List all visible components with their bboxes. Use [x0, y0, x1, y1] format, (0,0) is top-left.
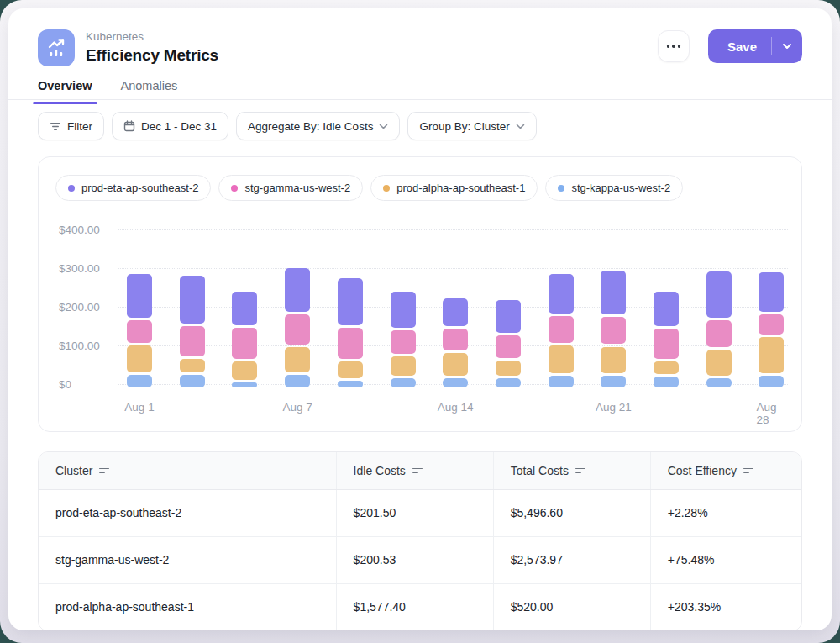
bar-segment-prod-alpha-ap-southeast-1[interactable] — [391, 356, 416, 377]
table-cell: prod-alpha-ap-southeast-1 — [39, 583, 336, 630]
y-axis-tick-label: $400.00 — [59, 224, 100, 236]
ellipsis-icon — [667, 45, 670, 48]
bar-segment-stg-kappa-us-west-2[interactable] — [232, 382, 257, 387]
bar-segment-stg-gamma-us-west-2[interactable] — [232, 328, 257, 358]
bar-segment-stg-gamma-us-west-2[interactable] — [443, 329, 468, 350]
stacked-bar-chart: $400.00$300.00$200.00$100.00$0Aug 1Aug 7… — [39, 157, 801, 431]
aggregate-by-dropdown[interactable]: Aggregate By: Idle Costs — [236, 112, 400, 140]
group-by-dropdown[interactable]: Group By: Cluster — [407, 112, 536, 140]
app-chart-icon — [38, 29, 75, 66]
bar-segment-stg-kappa-us-west-2[interactable] — [549, 376, 574, 387]
bar-segment-prod-alpha-ap-southeast-1[interactable] — [285, 347, 310, 372]
bar-segment-stg-kappa-us-west-2[interactable] — [127, 375, 152, 387]
bar-segment-prod-alpha-ap-southeast-1[interactable] — [549, 345, 574, 374]
bar-segment-prod-eta-ap-southeast-2[interactable] — [232, 292, 257, 326]
more-options-button[interactable] — [658, 30, 690, 62]
bar-segment-stg-gamma-us-west-2[interactable] — [601, 317, 626, 345]
cluster-table: ClusterIdle CostsTotal CostsCost Effienc… — [39, 452, 801, 630]
bar-segment-stg-kappa-us-west-2[interactable] — [496, 378, 521, 387]
tab-anomalies[interactable]: Anomalies — [121, 79, 178, 104]
chevron-down-icon — [782, 43, 792, 50]
bar-segment-stg-gamma-us-west-2[interactable] — [706, 320, 732, 347]
y-axis-tick-label: $200.00 — [59, 301, 100, 314]
x-axis-tick-label: Aug 21 — [596, 401, 632, 414]
date-range-label: Dec 1 - Dec 31 — [141, 120, 217, 133]
bar-segment-prod-alpha-ap-southeast-1[interactable] — [654, 361, 679, 374]
sort-icon[interactable] — [743, 468, 753, 473]
bar-segment-prod-alpha-ap-southeast-1[interactable] — [759, 337, 784, 373]
chevron-down-icon — [379, 124, 388, 129]
filter-toolbar: Filter Dec 1 - Dec 31 Aggregate By: Idle… — [38, 112, 537, 140]
bar-segment-stg-gamma-us-west-2[interactable] — [759, 314, 784, 335]
bar-segment-stg-kappa-us-west-2[interactable] — [338, 381, 363, 388]
bar-segment-prod-alpha-ap-southeast-1[interactable] — [127, 345, 152, 372]
column-header-total-costs[interactable]: Total Costs — [493, 452, 650, 489]
table-cell: stg-gamma-us-west-2 — [39, 536, 336, 583]
date-range-picker[interactable]: Dec 1 - Dec 31 — [112, 112, 228, 140]
bar-segment-stg-gamma-us-west-2[interactable] — [549, 316, 574, 343]
column-header-cluster[interactable]: Cluster — [39, 452, 336, 489]
bar-segment-stg-kappa-us-west-2[interactable] — [180, 375, 205, 387]
column-header-label: Total Costs — [511, 464, 569, 477]
cost-chart-panel: prod-eta-ap-southeast-2stg-gamma-us-west… — [38, 156, 802, 432]
bar-segment-prod-eta-ap-southeast-2[interactable] — [391, 292, 416, 328]
save-button[interactable]: Save — [708, 29, 802, 63]
bar-segment-prod-eta-ap-southeast-2[interactable] — [338, 278, 363, 326]
bar-segment-prod-alpha-ap-southeast-1[interactable] — [443, 353, 468, 376]
bar-segment-prod-alpha-ap-southeast-1[interactable] — [706, 350, 732, 377]
bar-segment-stg-gamma-us-west-2[interactable] — [127, 320, 152, 343]
bar-segment-prod-alpha-ap-southeast-1[interactable] — [338, 361, 363, 378]
bar-segment-prod-eta-ap-southeast-2[interactable] — [496, 300, 521, 333]
table-row[interactable]: prod-alpha-ap-southeast-1$1,577.40$520.0… — [39, 583, 801, 630]
table-cell: $201.50 — [336, 489, 493, 536]
bar-segment-prod-eta-ap-southeast-2[interactable] — [601, 271, 626, 314]
save-button-label: Save — [708, 40, 771, 54]
bar-segment-prod-eta-ap-southeast-2[interactable] — [549, 274, 574, 314]
chevron-down-icon — [516, 124, 525, 129]
bar-segment-stg-kappa-us-west-2[interactable] — [601, 376, 626, 387]
table-cell: +75.48% — [650, 536, 801, 583]
bar-segment-stg-kappa-us-west-2[interactable] — [391, 378, 416, 387]
bar-segment-stg-gamma-us-west-2[interactable] — [285, 314, 310, 345]
bar-segment-prod-alpha-ap-southeast-1[interactable] — [601, 347, 626, 374]
bar-segment-stg-kappa-us-west-2[interactable] — [759, 376, 784, 387]
column-header-idle-costs[interactable]: Idle Costs — [336, 452, 493, 489]
column-header-cost-effiency[interactable]: Cost Effiency — [650, 452, 801, 489]
bars-container — [118, 157, 790, 431]
bar-segment-stg-kappa-us-west-2[interactable] — [285, 375, 310, 387]
bar-segment-stg-kappa-us-west-2[interactable] — [654, 377, 679, 387]
header-text: Kubernetes Efficiency Metrics — [86, 29, 218, 66]
sort-icon[interactable] — [412, 468, 423, 473]
filter-button[interactable]: Filter — [38, 112, 104, 140]
bar-segment-prod-eta-ap-southeast-2[interactable] — [654, 292, 679, 327]
bar-segment-stg-gamma-us-west-2[interactable] — [338, 328, 363, 358]
page-title: Efficiency Metrics — [86, 45, 218, 66]
table-row[interactable]: prod-eta-ap-southeast-2$201.50$5,496.60+… — [39, 489, 801, 536]
save-dropdown-toggle[interactable] — [772, 43, 802, 50]
bar-segment-stg-gamma-us-west-2[interactable] — [180, 326, 205, 356]
table-cell: $200.53 — [336, 536, 493, 583]
bar-segment-prod-alpha-ap-southeast-1[interactable] — [496, 361, 521, 377]
bar-segment-prod-eta-ap-southeast-2[interactable] — [127, 274, 152, 318]
bar-segment-prod-eta-ap-southeast-2[interactable] — [706, 271, 732, 318]
table-body: prod-eta-ap-southeast-2$201.50$5,496.60+… — [39, 489, 801, 630]
sort-icon[interactable] — [575, 468, 585, 473]
bar-segment-stg-kappa-us-west-2[interactable] — [443, 378, 468, 387]
bar-segment-stg-gamma-us-west-2[interactable] — [654, 329, 679, 359]
aggregate-by-label: Aggregate By: Idle Costs — [248, 120, 373, 133]
bar-segment-prod-alpha-ap-southeast-1[interactable] — [180, 359, 205, 372]
tab-overview[interactable]: Overview — [38, 79, 92, 104]
ellipsis-icon — [678, 45, 681, 48]
bar-segment-prod-eta-ap-southeast-2[interactable] — [180, 276, 205, 324]
bar-segment-prod-eta-ap-southeast-2[interactable] — [759, 272, 784, 312]
bar-segment-stg-gamma-us-west-2[interactable] — [391, 330, 416, 354]
bar-segment-stg-gamma-us-west-2[interactable] — [496, 335, 521, 357]
bar-segment-prod-eta-ap-southeast-2[interactable] — [285, 268, 310, 312]
table-cell: prod-eta-ap-southeast-2 — [39, 489, 336, 536]
bar-segment-stg-kappa-us-west-2[interactable] — [706, 378, 732, 387]
bar-segment-prod-alpha-ap-southeast-1[interactable] — [232, 361, 257, 380]
table-row[interactable]: stg-gamma-us-west-2$200.53$2,573.97+75.4… — [39, 536, 801, 583]
sort-icon[interactable] — [99, 468, 109, 473]
bar-segment-prod-eta-ap-southeast-2[interactable] — [443, 298, 468, 327]
app-window: Kubernetes Efficiency Metrics Save Overv… — [0, 0, 840, 643]
